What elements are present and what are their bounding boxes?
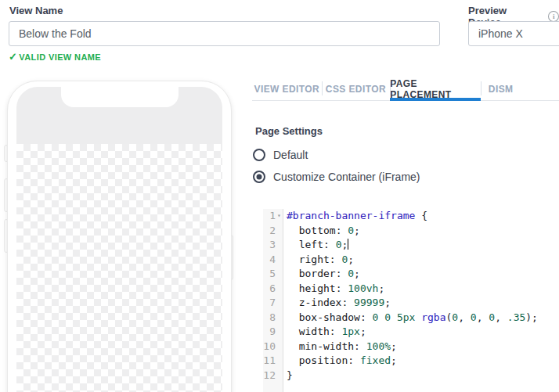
tab-view-editor[interactable]: VIEW EDITOR: [252, 77, 322, 100]
code-line[interactable]: position: fixed;: [287, 354, 538, 369]
code-line[interactable]: border: 0;: [287, 267, 538, 282]
line-number: 7: [269, 296, 276, 311]
transparency-checkerboard: [16, 144, 222, 392]
phone-mockup: [7, 81, 232, 392]
validation-message: ✓ VALID VIEW NAME: [9, 51, 101, 63]
code-lines[interactable]: #branch-banner-iframe { bottom: 0; left:…: [283, 209, 538, 392]
radio-circle[interactable]: [253, 171, 265, 183]
radio-circle[interactable]: [253, 149, 265, 161]
code-line[interactable]: min-width: 100%;: [287, 340, 538, 354]
info-icon[interactable]: i: [548, 11, 559, 22]
page-settings-title: Page Settings: [255, 125, 323, 137]
radio-option-default[interactable]: Default: [253, 149, 308, 161]
fold-caret-icon[interactable]: ▾: [276, 209, 283, 224]
code-line[interactable]: }: [287, 369, 538, 383]
code-line[interactable]: left: 0;: [287, 238, 538, 253]
line-number: 4: [269, 253, 276, 268]
code-line[interactable]: height: 100vh;: [287, 282, 538, 297]
line-number: 10: [263, 340, 276, 354]
line-number: 9: [269, 325, 276, 340]
tab-dismissal[interactable]: DISM: [481, 77, 559, 100]
line-number: 5: [269, 267, 276, 282]
view-name-input[interactable]: [9, 21, 440, 46]
line-number: 12: [263, 369, 276, 383]
phone-screen: [16, 87, 222, 392]
check-icon: ✓: [9, 51, 17, 63]
radio-option-customize-container[interactable]: Customize Container (iFrame): [253, 171, 420, 183]
tab-page-placement[interactable]: PAGE PLACEMENT: [390, 77, 481, 100]
code-gutter: 1▾23456789101112: [263, 209, 283, 392]
view-name-label: View Name: [9, 5, 63, 16]
text-cursor: [348, 239, 348, 250]
validation-text: VALID VIEW NAME: [19, 52, 101, 62]
preview-device-select[interactable]: iPhone X: [468, 21, 559, 46]
phone-notch: [61, 87, 179, 107]
preview-device-value: iPhone X: [478, 27, 523, 40]
code-editor[interactable]: 1▾23456789101112 #branch-banner-iframe {…: [263, 209, 559, 392]
code-line[interactable]: box-shadow: 0 0 5px rgba(0, 0, 0, .35);: [287, 311, 538, 325]
tab-css-editor[interactable]: CSS EDITOR: [322, 77, 391, 100]
code-line[interactable]: #branch-banner-iframe {: [287, 209, 538, 224]
code-line[interactable]: right: 0;: [287, 253, 538, 268]
line-number: 11: [263, 354, 276, 369]
code-line[interactable]: z-index: 99999;: [287, 296, 538, 311]
line-number: 8: [269, 311, 276, 325]
code-line[interactable]: width: 1px;: [287, 325, 538, 340]
radio-label: Default: [273, 149, 308, 161]
code-line[interactable]: bottom: 0;: [287, 224, 538, 239]
line-number: 1: [269, 209, 276, 224]
line-number: 3: [269, 238, 276, 253]
line-number: 2: [269, 224, 276, 239]
radio-label: Customize Container (iFrame): [273, 171, 420, 183]
line-number: 6: [269, 282, 276, 297]
editor-tabs: VIEW EDITOR CSS EDITOR PAGE PLACEMENT DI…: [252, 77, 559, 101]
